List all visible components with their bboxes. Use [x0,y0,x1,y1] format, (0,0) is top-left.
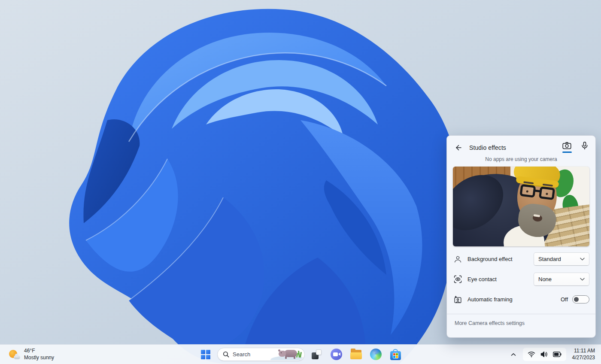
more-camera-effects-settings-link[interactable]: More Camera effects settings [447,314,595,332]
panel-header: Studio effects [447,136,595,154]
effects-rows: Background effect Standard [447,246,595,309]
search-input[interactable] [233,351,274,358]
eye-contact-dropdown[interactable]: None [534,273,589,286]
back-button[interactable] [454,143,462,152]
wifi-icon [528,351,535,358]
taskbar-center [197,345,404,364]
row-eye-contact: Eye contact None [453,269,589,289]
camera-status-text: No apps are using your camera [447,156,595,162]
tab-microphone[interactable] [582,142,588,153]
row-label: Automatic framing [467,296,513,303]
search-box[interactable] [217,348,305,361]
header-tabs [562,142,588,153]
tray-overflow-button[interactable] [507,347,519,362]
camera-preview [453,167,589,246]
file-explorer-button[interactable] [348,346,364,363]
chat-video-icon [331,349,342,360]
automatic-framing-icon [453,296,462,303]
panel-title: Studio effects [469,144,506,151]
studio-effects-flyout: Studio effects [446,135,596,338]
toggle-knob [574,297,579,302]
chevron-up-icon [511,353,516,356]
row-label: Background effect [467,256,513,262]
toggle-state-label: Off [561,296,568,303]
back-arrow-icon [454,144,462,152]
row-label: Eye contact [467,276,497,282]
tab-camera[interactable] [562,142,571,153]
eye-contact-icon [453,275,462,283]
hippo-illustration [270,349,304,360]
time: 11:11 AM [572,348,595,355]
task-view-button[interactable] [308,346,325,363]
edge-browser-icon [370,349,382,360]
chevron-down-icon [580,278,585,281]
active-tab-underline [562,152,572,153]
system-tray: 11:11 AM 4/27/2023 [507,345,598,364]
volume-icon [540,351,548,358]
microsoft-store-icon [390,351,401,360]
quick-settings-button[interactable] [523,348,566,361]
widgets-weather-button[interactable]: 46°F Mostly sunny [5,345,58,364]
microphone-icon [582,142,588,150]
automatic-framing-toggle[interactable] [572,295,589,303]
clock[interactable]: 11:11 AM 4/27/2023 [570,346,598,363]
taskbar: 46°F Mostly sunny [0,344,601,364]
camera-icon [562,142,571,149]
start-button[interactable] [197,346,214,363]
task-view-icon [312,349,322,359]
search-icon [223,351,229,358]
edge-button[interactable] [367,346,384,363]
weather-condition: Mostly sunny [24,355,54,361]
sun-behind-cloud-icon [9,349,20,360]
folder-icon [350,349,362,359]
weather-temp: 46°F [24,348,54,355]
battery-icon [553,352,562,357]
store-button[interactable] [387,346,404,363]
chat-button[interactable] [328,346,344,363]
dropdown-value: Standard [538,256,561,262]
desktop: Studio effects [0,0,601,364]
background-effect-dropdown[interactable]: Standard [534,252,589,266]
weather-text: 46°F Mostly sunny [24,348,54,361]
background-effect-icon [453,255,462,263]
row-automatic-framing: Automatic framing Off [453,289,589,309]
chevron-down-icon [580,258,585,261]
windows-start-icon [201,350,210,359]
dropdown-value: None [538,276,552,282]
date: 4/27/2023 [572,355,595,361]
row-background-effect: Background effect Standard [453,249,589,269]
